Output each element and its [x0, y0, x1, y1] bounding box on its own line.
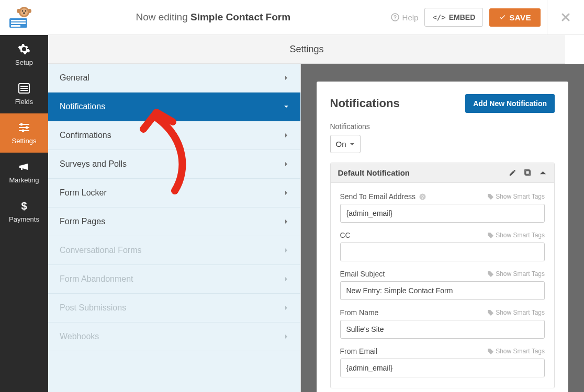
show-smart-tags[interactable]: Show Smart Tags [488, 193, 545, 200]
svg-rect-15 [20, 88, 28, 89]
svg-rect-14 [20, 86, 28, 87]
cc-input[interactable] [340, 243, 545, 261]
svg-rect-2 [11, 22, 26, 24]
sidebar-post-submissions: Post Submissions [48, 294, 300, 322]
sidebar-label: Conversational Forms [60, 246, 142, 255]
show-smart-tags[interactable]: Show Smart Tags [488, 270, 545, 278]
show-smart-tags[interactable]: Show Smart Tags [488, 309, 545, 316]
svg-point-20 [20, 123, 23, 126]
help-icon[interactable]: ? [419, 193, 426, 200]
chevron-right-icon [284, 188, 289, 198]
sidebar-confirmations[interactable]: Confirmations [48, 121, 300, 150]
field-send-to: Send To Email Address ? Show Smart Tags [340, 192, 545, 223]
sidebar-label: General [60, 73, 89, 83]
content-area: Notifications Add New Notification Notif… [301, 64, 585, 392]
show-smart-tags[interactable]: Show Smart Tags [488, 348, 545, 355]
notifications-toggle-select[interactable]: On [330, 135, 361, 153]
list-icon [18, 82, 30, 95]
panel-body: Send To Email Address ? Show Smart Tags [331, 183, 555, 388]
subject-label: Email Subject [340, 270, 385, 278]
subject-input[interactable] [340, 281, 545, 300]
from-email-input[interactable] [340, 359, 545, 377]
content-header: Notifications Add New Notification [317, 82, 569, 122]
help-link[interactable]: ? Help [391, 13, 419, 22]
top-actions: ? Help </> EMBED SAVE [391, 8, 541, 27]
notifications-toggle-section: Notifications On [317, 122, 569, 163]
chevron-right-icon [284, 73, 289, 83]
editing-prefix: Now editing [136, 11, 190, 22]
chevron-right-icon [284, 217, 289, 226]
rail-label: Marketing [9, 176, 39, 184]
show-smart-tags[interactable]: Show Smart Tags [488, 232, 545, 239]
form-name: Simple Contact Form [190, 11, 290, 22]
help-label: Help [402, 13, 419, 22]
svg-rect-16 [20, 90, 28, 91]
from-name-input[interactable] [340, 320, 545, 339]
page-title: Settings [48, 35, 565, 64]
from-email-label: From Email [340, 347, 378, 355]
gear-icon [18, 43, 30, 55]
edit-icon[interactable] [509, 169, 516, 177]
notification-panel: Default Notification [330, 163, 555, 388]
editing-title: Now editing Simple Contact Form [36, 11, 391, 23]
sidebar-form-abandonment: Form Abandonment [48, 265, 300, 294]
sidebar-surveys-polls[interactable]: Surveys and Polls [48, 150, 300, 179]
left-rail: Setup Fields Settings Marketing $ Paymen… [0, 35, 48, 392]
sidebar-label: Notifications [60, 102, 105, 111]
svg-text:$: $ [21, 200, 27, 212]
rail-setup[interactable]: Setup [0, 35, 48, 74]
sidebar-label: Webhooks [60, 332, 99, 341]
save-button[interactable]: SAVE [489, 8, 541, 27]
rail-label: Setup [15, 59, 33, 66]
svg-rect-3 [11, 25, 20, 27]
field-from-name: From Name Show Smart Tags [340, 308, 545, 339]
svg-text:?: ? [393, 15, 396, 20]
sidebar-general[interactable]: General [48, 64, 300, 93]
chevron-right-icon [284, 246, 289, 255]
sidebar-label: Form Locker [60, 188, 107, 198]
svg-point-22 [22, 130, 25, 132]
chevron-right-icon [284, 274, 289, 284]
embed-button[interactable]: </> EMBED [424, 8, 483, 27]
settings-sidebar: General Notifications Confirmations Surv… [48, 64, 301, 392]
tag-icon [488, 310, 493, 316]
svg-point-10 [23, 13, 25, 14]
from-name-label: From Name [340, 308, 379, 317]
send-to-input[interactable] [340, 204, 545, 223]
sidebar-form-locker[interactable]: Form Locker [48, 179, 300, 207]
rail-payments[interactable]: $ Payments [0, 192, 48, 231]
chevron-right-icon [284, 159, 289, 169]
tag-icon [488, 233, 493, 238]
svg-point-6 [27, 9, 31, 13]
svg-point-9 [25, 10, 27, 12]
svg-point-7 [20, 8, 28, 16]
chevron-down-icon [284, 102, 289, 111]
sidebar-form-pages[interactable]: Form Pages [48, 207, 300, 236]
field-from-email: From Email Show Smart Tags [340, 347, 545, 377]
rail-fields[interactable]: Fields [0, 74, 48, 113]
sidebar-conversational-forms: Conversational Forms [48, 236, 300, 265]
sidebar-label: Form Abandonment [60, 274, 133, 284]
content-heading: Notifications [330, 97, 400, 110]
notifications-toggle-value: On [336, 140, 346, 148]
add-notification-button[interactable]: Add New Notification [465, 94, 555, 113]
main-column: Settings General Notifications Confirmat… [48, 35, 584, 392]
sidebar-notifications[interactable]: Notifications [48, 93, 300, 121]
rail-marketing[interactable]: Marketing [0, 153, 48, 192]
code-icon: </> [432, 13, 445, 21]
chevron-right-icon [284, 303, 289, 313]
svg-point-21 [26, 126, 28, 129]
sidebar-label: Form Pages [60, 217, 105, 226]
tag-icon [488, 194, 493, 200]
close-button[interactable] [557, 8, 575, 26]
field-cc: CC Show Smart Tags [340, 231, 545, 261]
sliders-icon [18, 121, 30, 134]
chevron-up-icon[interactable] [539, 169, 547, 177]
top-bar: Now editing Simple Contact Form ? Help <… [0, 0, 584, 35]
save-label: SAVE [509, 13, 531, 22]
rail-settings[interactable]: Settings [0, 113, 48, 153]
panel-header: Default Notification [331, 163, 555, 183]
rail-label: Payments [9, 215, 39, 223]
duplicate-icon[interactable] [524, 169, 532, 177]
sidebar-label: Post Submissions [60, 303, 126, 313]
